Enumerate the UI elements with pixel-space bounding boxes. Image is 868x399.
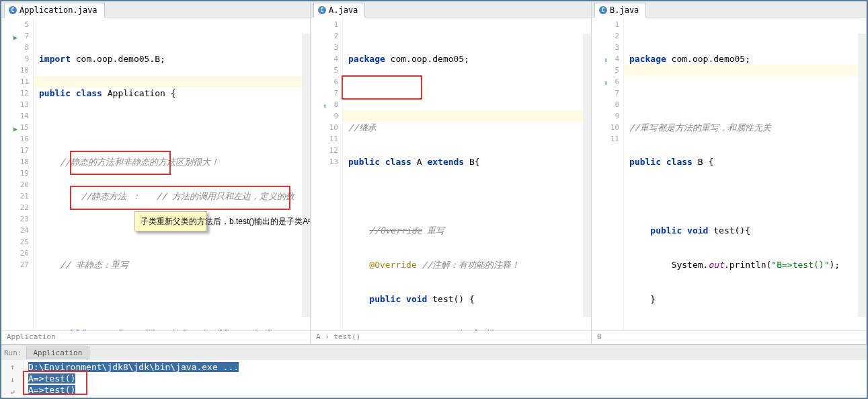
override-down-icon[interactable]: ⬇	[604, 77, 608, 89]
file-tab-label: Application.java	[19, 5, 97, 15]
override-down-icon[interactable]: ⬇	[604, 55, 608, 66]
console-tab[interactable]: Application	[26, 347, 90, 359]
code-area[interactable]: ▶ ▶ 578910111213141516171819202122232425…	[1, 17, 310, 330]
run-icon[interactable]: ▶	[13, 123, 17, 135]
run-icon[interactable]: ▶	[13, 32, 17, 43]
console-tabbar: Run: Application	[1, 345, 867, 360]
code-content[interactable]: package com.oop.demo05; //继承 public clas…	[343, 17, 591, 330]
tooltip-note: 子类重新父类的方法后，b.test()输出的是子类A中的test（）	[134, 211, 207, 231]
tab-bar: C A.java	[311, 1, 591, 17]
tab-bar: C B.java	[592, 1, 866, 17]
class-icon: C	[318, 6, 326, 14]
scrollbar[interactable]	[858, 34, 866, 317]
file-tab-application[interactable]: C Application.java	[4, 3, 105, 17]
breadcrumb[interactable]: Application	[1, 330, 310, 344]
code-content[interactable]: import com.oop.demo05.B; public class Ap…	[34, 17, 310, 330]
class-icon: C	[599, 6, 607, 14]
file-tab-label: A.java	[329, 5, 358, 15]
file-tab-a[interactable]: C A.java	[313, 3, 365, 17]
highlight-box	[70, 151, 171, 175]
breadcrumb[interactable]: B	[592, 330, 866, 344]
highlight-box	[23, 371, 87, 395]
arrow-up-icon[interactable]: ↑	[10, 361, 15, 373]
console-body: ↑ ↓ ⤶ D:\Environment\jdk8\jdk\bin\java.e…	[1, 360, 867, 395]
file-tab-label: B.java	[610, 5, 639, 15]
breadcrumb[interactable]: A › test()	[311, 330, 591, 344]
run-console: Run: Application ↑ ↓ ⤶ D:\Environment\jd…	[1, 344, 867, 395]
gutter: ⬇ ⬇ 1234567891011	[592, 17, 624, 330]
override-up-icon[interactable]: ⬆	[323, 100, 327, 112]
console-output[interactable]: D:\Environment\jdk8\jdk\bin\java.exe ...…	[24, 360, 867, 395]
soft-wrap-icon[interactable]: ⤶	[9, 387, 15, 398]
arrow-down-icon[interactable]: ↓	[10, 374, 15, 386]
editors-row: C Application.java ▶ ▶ 57891011121314151…	[1, 1, 867, 344]
highlight-box	[342, 75, 422, 100]
gutter: ▶ ▶ 578910111213141516171819202122232425…	[1, 17, 34, 330]
editor-pane-application: C Application.java ▶ ▶ 57891011121314151…	[1, 1, 311, 344]
run-label: Run:	[4, 349, 22, 357]
editor-pane-a: C A.java ⬆ 12345678910111213 package com…	[311, 1, 592, 344]
code-area[interactable]: ⬆ 12345678910111213 package com.oop.demo…	[311, 17, 591, 330]
code-area[interactable]: ⬇ ⬇ 1234567891011 package com.oop.demo05…	[592, 17, 866, 330]
scrollbar[interactable]	[583, 34, 591, 317]
tab-bar: C Application.java	[1, 1, 310, 17]
gutter: ⬆ 12345678910111213	[311, 17, 343, 330]
highlight-box	[70, 186, 290, 210]
editor-pane-b: C B.java ⬇ ⬇ 1234567891011 package com.o…	[592, 1, 867, 344]
class-icon: C	[9, 6, 17, 14]
file-tab-b[interactable]: C B.java	[594, 3, 646, 17]
scrollbar[interactable]	[302, 34, 310, 317]
console-gutter: ↑ ↓ ⤶	[1, 360, 24, 395]
code-content[interactable]: package com.oop.demo05; //重写都是方法的重写，和属性无…	[624, 17, 866, 330]
